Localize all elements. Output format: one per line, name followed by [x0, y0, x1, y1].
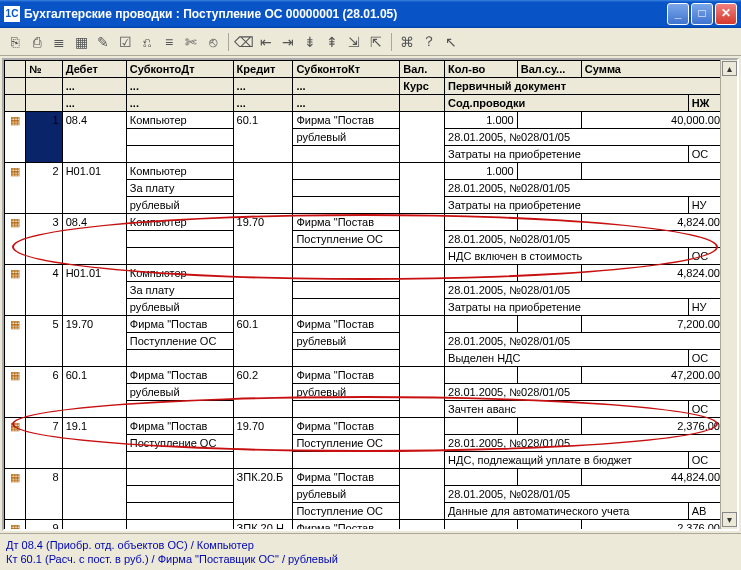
cell-valsum[interactable]	[517, 112, 581, 129]
col-no[interactable]: №	[26, 61, 62, 78]
col-sod[interactable]: Сод.проводки	[445, 95, 689, 112]
col-sum[interactable]: Сумма	[581, 61, 723, 78]
cell-sum[interactable]	[581, 163, 723, 180]
cell-subkt[interactable]	[293, 452, 400, 469]
cell-doc[interactable]: 28.01.2005, №028/01/05	[445, 486, 724, 503]
cell-subdt[interactable]	[126, 486, 233, 503]
cell-subkt[interactable]: Поступление ОС	[293, 503, 400, 520]
cell-sod[interactable]: Данные для автоматического учета	[445, 503, 689, 520]
cell-subdt[interactable]: Поступление ОС	[126, 333, 233, 350]
cell-subdt[interactable]	[126, 503, 233, 520]
cell-subdt[interactable]	[126, 452, 233, 469]
cell-subkt[interactable]: Фирма "Постав	[293, 520, 400, 532]
cell-credit[interactable]	[233, 265, 293, 316]
cell-nzh[interactable]: НУ	[688, 299, 723, 316]
cell-valsum[interactable]	[517, 520, 581, 532]
postings-table[interactable]: № Дебет СубконтоДт Кредит СубконтоКт Вал…	[4, 60, 724, 531]
toolbar-button-10[interactable]: ⌫	[235, 33, 253, 51]
cell-subdt[interactable]: За плату	[126, 282, 233, 299]
toolbar-button-1[interactable]: ⎙	[28, 33, 46, 51]
cell-val[interactable]	[400, 265, 445, 316]
cell-debit[interactable]: 19.70	[62, 316, 126, 367]
cell-val[interactable]	[400, 418, 445, 469]
toolbar-button-3[interactable]: ▦	[72, 33, 90, 51]
cell-subdt[interactable]	[126, 129, 233, 146]
cell-no[interactable]: 9	[26, 520, 62, 532]
col-debit[interactable]: Дебет	[62, 61, 126, 78]
cell-subkt[interactable]: Фирма "Постав	[293, 367, 400, 384]
cell-no[interactable]: 2	[26, 163, 62, 214]
col-primarydoc[interactable]: Первичный документ	[445, 78, 724, 95]
table-row[interactable]: ▦108.4Компьютер60.1Фирма "Постав1.00040,…	[5, 112, 724, 129]
cell-credit[interactable]: 19.70	[233, 214, 293, 265]
cell-subkt[interactable]	[293, 282, 400, 299]
table-row[interactable]: ▦2Н01.01Компьютер1.000	[5, 163, 724, 180]
cell-subkt[interactable]	[293, 350, 400, 367]
cell-no[interactable]: 5	[26, 316, 62, 367]
cell-qty[interactable]	[445, 418, 518, 435]
cell-sod[interactable]: Выделен НДС	[445, 350, 689, 367]
col-icon[interactable]	[5, 61, 26, 78]
toolbar-button-5[interactable]: ☑	[116, 33, 134, 51]
cell-subdt[interactable]: рублевый	[126, 384, 233, 401]
cell-doc[interactable]: 28.01.2005, №028/01/05	[445, 282, 724, 299]
cell-doc[interactable]: 28.01.2005, №028/01/05	[445, 435, 724, 452]
cell-nzh[interactable]: НУ	[688, 197, 723, 214]
cell-subdt[interactable]: рублевый	[126, 299, 233, 316]
cell-nzh[interactable]: ОС	[688, 248, 723, 265]
col-subdt[interactable]: СубконтоДт	[126, 61, 233, 78]
cell-sum[interactable]: 2,376.00	[581, 418, 723, 435]
cell-subkt[interactable]: Фирма "Постав	[293, 469, 400, 486]
toolbar-button-12[interactable]: ⇥	[279, 33, 297, 51]
cell-sod[interactable]: НДС, подлежащий уплате в бюджет	[445, 452, 689, 469]
cell-nzh[interactable]: ОС	[688, 146, 723, 163]
cell-credit[interactable]: 60.1	[233, 316, 293, 367]
cell-debit[interactable]	[62, 520, 126, 532]
col-credit[interactable]: Кредит	[233, 61, 293, 78]
table-row[interactable]: ▦719.1Фирма "Постав19.70Фирма "Постав2,3…	[5, 418, 724, 435]
cell-sum[interactable]: 7,200.00	[581, 316, 723, 333]
cell-debit[interactable]	[62, 469, 126, 520]
toolbar-button-0[interactable]: ⎘	[6, 33, 24, 51]
cell-valsum[interactable]	[517, 418, 581, 435]
cell-no[interactable]: 7	[26, 418, 62, 469]
cell-doc[interactable]: 28.01.2005, №028/01/05	[445, 384, 724, 401]
cell-subdt[interactable]	[126, 146, 233, 163]
cell-qty[interactable]	[445, 316, 518, 333]
cell-sod[interactable]: Затраты на приобретение	[445, 197, 689, 214]
toolbar-button-11[interactable]: ⇤	[257, 33, 275, 51]
cell-subkt[interactable]: Фирма "Постав	[293, 214, 400, 231]
table-row[interactable]: ▦308.4Компьютер19.70Фирма "Постав4,824.0…	[5, 214, 724, 231]
cell-sod[interactable]: Затраты на приобретение	[445, 146, 689, 163]
cell-subdt[interactable]: Компьютер	[126, 163, 233, 180]
toolbar-button-4[interactable]: ✎	[94, 33, 112, 51]
cell-val[interactable]	[400, 520, 445, 532]
cell-subkt[interactable]	[293, 197, 400, 214]
toolbar-button-14[interactable]: ⇞	[323, 33, 341, 51]
cell-sum[interactable]: 40,000.00	[581, 112, 723, 129]
cell-no[interactable]: 8	[26, 469, 62, 520]
cell-nzh[interactable]: ОС	[688, 452, 723, 469]
cell-valsum[interactable]	[517, 265, 581, 282]
cell-debit[interactable]: Н01.01	[62, 265, 126, 316]
cell-subdt[interactable]: Поступление ОС	[126, 435, 233, 452]
col-valsum[interactable]: Вал.су...	[517, 61, 581, 78]
cell-credit[interactable]: ЗПК.20.Н	[233, 520, 293, 532]
toolbar-button-15[interactable]: ⇲	[345, 33, 363, 51]
cell-sod[interactable]: Зачтен аванс	[445, 401, 689, 418]
cell-subkt[interactable]: Фирма "Постав	[293, 112, 400, 129]
close-button[interactable]: ✕	[715, 3, 737, 25]
cell-subkt[interactable]: Поступление ОС	[293, 435, 400, 452]
cell-no[interactable]: 4	[26, 265, 62, 316]
col-kurs[interactable]: Курс	[400, 78, 445, 95]
cell-subkt[interactable]	[293, 180, 400, 197]
cell-debit[interactable]: 08.4	[62, 112, 126, 163]
cell-sod[interactable]: Затраты на приобретение	[445, 299, 689, 316]
toolbar-button-13[interactable]: ⇟	[301, 33, 319, 51]
cell-sum[interactable]: 47,200.00	[581, 367, 723, 384]
cell-qty[interactable]	[445, 520, 518, 532]
cell-subdt[interactable]: Компьютер	[126, 265, 233, 282]
cell-valsum[interactable]	[517, 163, 581, 180]
minimize-button[interactable]: _	[667, 3, 689, 25]
col-qty[interactable]: Кол-во	[445, 61, 518, 78]
